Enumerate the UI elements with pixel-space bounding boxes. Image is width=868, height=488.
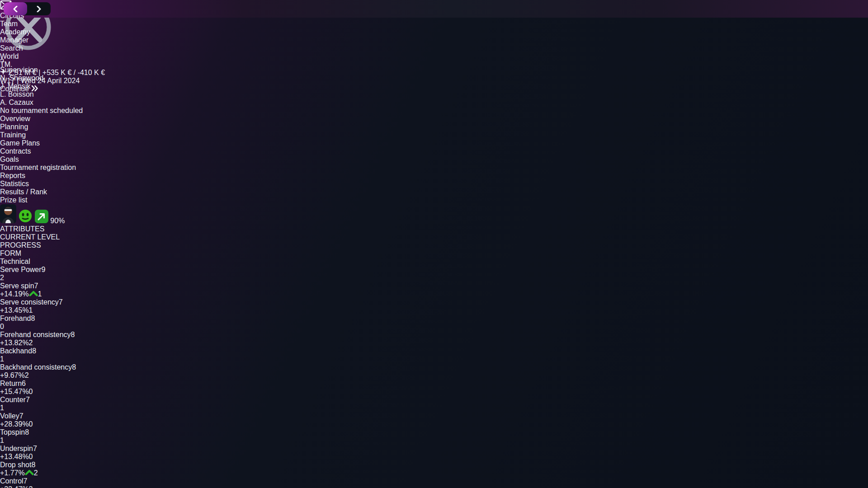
- attr-progress-pct: +13.48%: [0, 453, 29, 460]
- training-count: 1: [38, 290, 42, 298]
- tab-prize-list[interactable]: Prize list: [0, 196, 868, 204]
- attr-row-serve-spin[interactable]: Serve spin7+14.19%1: [0, 282, 868, 298]
- attr-name: Topspin: [0, 428, 25, 436]
- attr-value: 8: [32, 347, 36, 355]
- tab-game-plans[interactable]: Game Plans: [0, 139, 868, 147]
- back-button[interactable]: [4, 2, 27, 15]
- forward-button[interactable]: [27, 2, 51, 15]
- attr-name: Volley: [0, 412, 19, 420]
- nav-world[interactable]: World: [0, 52, 868, 61]
- game-date: W17 | Wed 24 April 2024: [0, 77, 868, 85]
- player-avatar[interactable]: [0, 204, 16, 223]
- attr-value: 7: [26, 396, 30, 404]
- mail-button[interactable]: [0, 0, 868, 12]
- training-count: 0: [0, 323, 4, 330]
- training-count: 1: [29, 306, 33, 314]
- section-technical: TechnicalServe Power92Serve spin7+14.19%…: [0, 258, 868, 488]
- tab-reports[interactable]: Reports: [0, 172, 868, 180]
- column-header-attributes: ATTRIBUTES: [0, 225, 868, 233]
- attr-progress-pct: +13.82%: [0, 339, 29, 347]
- attr-name: Underspin: [0, 445, 33, 452]
- tab-results-rank[interactable]: Results / Rank: [0, 188, 868, 196]
- weekly-expense: -410 K €: [78, 69, 105, 76]
- attr-value: 6: [22, 380, 26, 387]
- training-count: 1: [0, 355, 4, 363]
- tab-statistics[interactable]: Statistics: [0, 180, 868, 188]
- training-count: 0: [29, 388, 33, 395]
- attr-row-return[interactable]: Return6+15.47%0: [0, 380, 868, 396]
- finance-separator-2: /: [74, 69, 75, 76]
- nav-manager[interactable]: Manager: [0, 36, 868, 44]
- nav-circuits[interactable]: Circuits: [0, 12, 868, 20]
- main-content: OverviewPlanningTrainingGame PlansContra…: [0, 115, 868, 488]
- training-count: 2: [29, 339, 33, 347]
- fitness-badge[interactable]: 90%: [50, 217, 65, 225]
- tab-contracts[interactable]: Contracts: [0, 147, 868, 155]
- section-tabs: OverviewPlanningTrainingGame PlansContra…: [0, 115, 868, 204]
- morale-smiley-icon[interactable]: [18, 209, 33, 223]
- attr-value: 7: [19, 412, 24, 420]
- attr-row-topspin[interactable]: Topspin81: [0, 428, 868, 445]
- column-header-form: FORM: [0, 249, 868, 258]
- app-window: CircuitsTeamAcademyManagerSearchWorld TM…: [0, 0, 868, 488]
- nav-search[interactable]: Search: [0, 44, 868, 52]
- nav-academy[interactable]: Academy: [0, 28, 868, 36]
- training-count: 0: [29, 453, 33, 460]
- tournament-status: No tournament scheduled: [0, 107, 868, 115]
- player-tab-a-cazaux[interactable]: A. Cazaux: [0, 99, 868, 107]
- attr-value: 7: [34, 282, 38, 290]
- tab-planning[interactable]: Planning: [0, 123, 868, 131]
- nav-team[interactable]: Team: [0, 20, 868, 28]
- attr-name: Serve Power: [0, 266, 42, 273]
- attr-value: 8: [72, 363, 76, 371]
- training-count: 2: [34, 469, 38, 477]
- attr-value: 7: [24, 477, 28, 485]
- section-header: Technical: [0, 258, 868, 266]
- training-count: 2: [0, 274, 4, 282]
- training-count: 0: [29, 420, 33, 428]
- attr-row-control[interactable]: Control7+33.47%2: [0, 477, 868, 488]
- attr-value: 7: [59, 298, 63, 306]
- attr-name: Backhand consistency: [0, 363, 72, 371]
- attr-progress-pct: +14.19%: [0, 290, 29, 298]
- double-chevron-right-icon: [31, 85, 38, 91]
- column-header-current-level: CURRENT LEVEL: [0, 233, 868, 241]
- training-count: 2: [25, 371, 29, 379]
- section-banner-technical: Technical: [0, 258, 868, 266]
- training-count: 1: [0, 436, 4, 444]
- attr-row-backhand[interactable]: Backhand81: [0, 347, 868, 363]
- top-bar: CircuitsTeamAcademyManagerSearchWorld TM…: [0, 0, 868, 18]
- attr-value: 8: [25, 428, 29, 436]
- training-count: 1: [0, 404, 4, 412]
- tab-overview[interactable]: Overview: [0, 115, 868, 123]
- attr-row-drop-shot[interactable]: Drop shot8+1.77%2: [0, 461, 868, 477]
- continue-label: Continue: [0, 85, 29, 93]
- tab-training[interactable]: Training: [0, 131, 868, 139]
- progress-trend-icon[interactable]: [35, 210, 48, 223]
- attr-value: 9: [42, 266, 46, 273]
- attr-progress-pct: +13.45%: [0, 306, 29, 314]
- training-count: 2: [29, 485, 33, 488]
- attr-value: 7: [33, 445, 37, 452]
- attr-name: Counter: [0, 396, 26, 404]
- continue-button[interactable]: Continue: [0, 85, 868, 93]
- attr-progress-pct: +33.47%: [0, 485, 29, 488]
- attr-name: Control: [0, 477, 24, 485]
- attributes-panel: ATTRIBUTESCURRENT LEVELPROGRESSFORM Tech…: [0, 225, 868, 488]
- attr-row-forehand-consistency[interactable]: Forehand consistency8+13.82%2: [0, 331, 868, 347]
- attr-row-serve-consistency[interactable]: Serve consistency7+13.45%1: [0, 298, 868, 314]
- attr-name: Forehand consistency: [0, 331, 71, 338]
- tab-goals[interactable]: Goals: [0, 155, 868, 164]
- attr-row-volley[interactable]: Volley7+28.39%0: [0, 412, 868, 428]
- finance-summary: 2.51 M € | +535 K € / -410 K €: [0, 69, 868, 77]
- attr-row-counter[interactable]: Counter71: [0, 396, 868, 412]
- attr-name: Serve spin: [0, 282, 34, 290]
- attr-row-underspin[interactable]: Underspin7+13.48%0: [0, 445, 868, 461]
- attr-row-backhand-consistency[interactable]: Backhand consistency8+9.67%2: [0, 363, 868, 380]
- attr-row-serve-power[interactable]: Serve Power92: [0, 266, 868, 282]
- balance-amount: 2.51 M €: [8, 69, 36, 76]
- tab-tournament-registration[interactable]: Tournament registration: [0, 164, 868, 172]
- attr-row-forehand[interactable]: Forehand80: [0, 314, 868, 331]
- column-header-progress: PROGRESS: [0, 241, 868, 249]
- attr-progress-pct: +28.39%: [0, 420, 29, 428]
